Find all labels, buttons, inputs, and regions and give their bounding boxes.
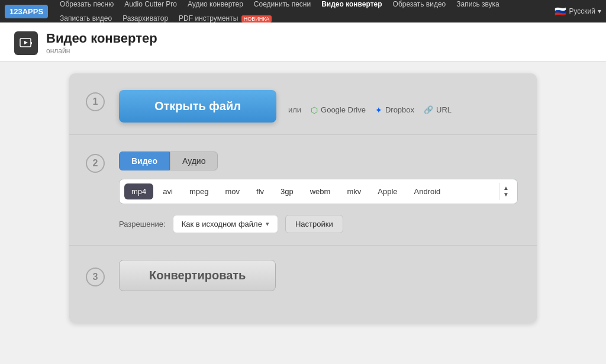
step3-number: 3 [86,268,105,286]
chevron-down-icon: ▼ [503,192,509,198]
flag-icon: 🇷🇺 [555,6,566,17]
dropbox-link[interactable]: ✦ Dropbox [375,105,414,115]
page-title: Видео конвертер [46,31,157,46]
or-links-row: или ⬡ Google Drive ✦ Dropbox 🔗 URL [288,105,452,115]
svg-rect-2 [31,42,32,44]
nav-link-unarchiver[interactable]: Разархиватор [118,12,173,25]
step1-content: Открыть файл или ⬡ Google Drive ✦ Dropbo… [119,90,518,123]
step1-section: 1 Открыть файл или ⬡ Google Drive ✦ Drop… [69,73,537,134]
step3-section: 3 Конвертировать [69,245,537,305]
or-text: или [288,105,301,114]
dropdown-arrow-icon: ▾ [266,220,269,228]
nav-link-audio-cutter[interactable]: Audio Cutter Pro [120,0,182,11]
format-more-button[interactable]: ▲ ▼ [499,183,512,200]
step2-number: 2 [86,154,105,173]
google-drive-icon: ⬡ [311,105,318,115]
dropbox-icon: ✦ [375,105,382,115]
main-content: 1 Открыть файл или ⬡ Google Drive ✦ Drop… [0,62,606,364]
format-pills-row: mp4 avi mpeg mov flv 3gp webm mkv Apple … [119,179,518,204]
step2-section: 2 Видео Аудио mp4 avi mpeg mov flv 3gp w… [69,134,537,245]
chevron-up-icon: ▲ [503,185,509,191]
step3-content: Конвертировать [119,260,520,291]
nav-link-record-video[interactable]: Записать видео [55,12,117,25]
format-webm[interactable]: webm [303,183,338,199]
title-block: Видео конвертер онлайн [46,31,157,55]
format-3gp[interactable]: 3gp [273,183,301,199]
step1-number: 1 [86,92,105,111]
nav-link-video-converter[interactable]: Видео конвертер [317,0,386,11]
format-mp4[interactable]: mp4 [124,183,153,199]
format-android[interactable]: Android [407,183,448,199]
navbar: 123APPS Обрезать песню Audio Cutter Pro … [0,0,606,22]
format-mov[interactable]: mov [218,183,247,199]
resolution-select[interactable]: Как в исходном файле ▾ [173,215,278,233]
format-avi[interactable]: avi [156,183,180,199]
page-subtitle: онлайн [46,47,157,55]
app-icon [14,31,38,55]
tab-audio[interactable]: Аудио [170,152,218,170]
nav-links: Обрезать песню Audio Cutter Pro Аудио ко… [55,0,555,25]
step2-content: Видео Аудио mp4 avi mpeg mov flv 3gp web… [119,152,518,233]
format-flv[interactable]: flv [249,183,271,199]
format-mpeg[interactable]: mpeg [182,183,216,199]
tab-video[interactable]: Видео [119,152,170,170]
resolution-row: Разрешение: Как в исходном файле ▾ Настр… [119,215,518,233]
converter-card: 1 Открыть файл или ⬡ Google Drive ✦ Drop… [69,73,537,323]
nav-link-cut-song[interactable]: Обрезать песню [55,0,118,11]
language-selector[interactable]: 🇷🇺 Русский ▾ [555,6,601,17]
settings-button[interactable]: Настройки [285,215,343,233]
logo[interactable]: 123APPS [5,5,48,18]
nav-link-cut-video[interactable]: Обрезать видео [388,0,451,11]
page-header: Видео конвертер онлайн [0,22,606,62]
nav-link-pdf[interactable]: PDF инструменты НОВИНКА [174,12,276,25]
nav-link-audio-converter[interactable]: Аудио конвертер [183,0,248,11]
convert-button[interactable]: Конвертировать [119,260,276,291]
format-apple[interactable]: Apple [370,183,404,199]
url-icon: 🔗 [424,105,433,114]
svg-marker-1 [24,41,28,44]
google-drive-link[interactable]: ⬡ Google Drive [311,105,366,115]
pdf-badge: НОВИНКА [241,15,272,22]
nav-link-record-sound[interactable]: Запись звука [452,0,504,11]
chevron-down-icon: ▾ [598,7,601,15]
nav-link-join-songs[interactable]: Соединить песни [249,0,315,11]
url-link[interactable]: 🔗 URL [424,105,452,114]
format-mkv[interactable]: mkv [340,183,368,199]
resolution-label: Разрешение: [119,220,166,228]
media-type-tabs: Видео Аудио [119,152,518,170]
open-file-button[interactable]: Открыть файл [119,90,276,123]
